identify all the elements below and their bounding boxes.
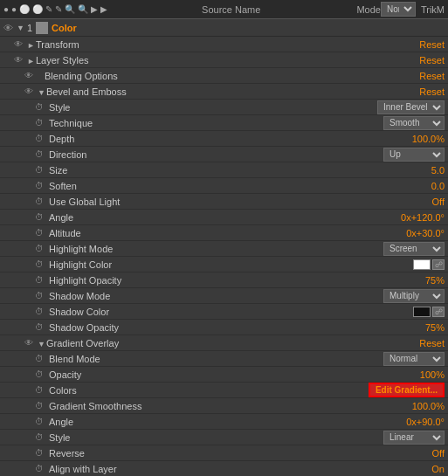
arrow-icon[interactable]: ► — [27, 57, 34, 64]
icon-4: ⚪ — [32, 4, 43, 14]
clock-icon[interactable]: ⏱ — [35, 448, 45, 459]
depth-label: Depth — [49, 134, 409, 144]
clock-icon[interactable]: ⏱ — [35, 259, 45, 270]
clock-icon[interactable]: ⏱ — [35, 102, 45, 113]
angle2-value: 0x+90.0° — [406, 417, 445, 427]
shadow-chain-icon[interactable]: ☍ — [432, 307, 445, 317]
header-icons: ● ● ⚪ ⚪ ✎ ✎ 🔍 🔍 ▶ ▶ — [3, 4, 107, 14]
highlight-opacity-value: 75% — [425, 275, 445, 286]
header-bar: ● ● ⚪ ⚪ ✎ ✎ 🔍 🔍 ▶ ▶ Source Name Mode Nor… — [0, 0, 448, 19]
gradient-smoothness-row: ⏱ Gradient Smoothness 100.0% — [0, 398, 448, 414]
eye-icon[interactable]: 👁 — [14, 39, 24, 50]
shadow-mode-dropdown[interactable]: Multiply — [383, 289, 445, 303]
icon-2: ● — [11, 4, 17, 14]
icon-3: ⚪ — [19, 4, 30, 14]
clock-icon[interactable]: ⏱ — [35, 197, 45, 207]
clock-icon[interactable]: ⏱ — [35, 354, 45, 364]
blend-mode-dropdown[interactable]: Normal — [383, 352, 445, 366]
eye-icon[interactable]: 👁 — [24, 86, 35, 97]
technique-dropdown[interactable]: Smooth — [383, 116, 445, 130]
clock-icon[interactable]: ⏱ — [35, 401, 45, 411]
shadow-color-swatch[interactable] — [413, 307, 431, 317]
blend-mode-label: Blend Mode — [49, 354, 383, 364]
layer-color-icon — [36, 22, 48, 34]
style-dropdown[interactable]: Inner Bevel — [377, 100, 445, 114]
clock-icon[interactable]: ⏱ — [35, 307, 45, 317]
altitude-label: Altitude — [49, 228, 403, 238]
clock-icon[interactable]: ⏱ — [35, 134, 45, 144]
clock-icon[interactable]: ⏱ — [35, 181, 45, 191]
layer-number: 1 — [27, 23, 32, 33]
clock-icon[interactable]: ⏱ — [35, 244, 45, 254]
clock-icon[interactable]: ⏱ — [35, 432, 45, 443]
clock-icon[interactable]: ⏱ — [35, 165, 45, 176]
highlight-opacity-row: ⏱ Highlight Opacity 75% — [0, 272, 448, 288]
angle2-row: ⏱ Angle 0x+90.0° — [0, 414, 448, 430]
clock-icon[interactable]: ⏱ — [35, 417, 45, 427]
altitude-row: ⏱ Altitude 0x+30.0° — [0, 225, 448, 241]
layer-styles-reset-button[interactable]: Reset — [419, 55, 445, 66]
gradient-overlay-label: Gradient Overlay — [46, 338, 419, 348]
highlight-opacity-label: Highlight Opacity — [49, 275, 422, 286]
style-row: ⏱ Style Inner Bevel — [0, 100, 448, 115]
reverse-row: ⏱ Reverse Off — [0, 445, 448, 461]
transform-reset-button[interactable]: Reset — [419, 39, 445, 50]
mode-dropdown[interactable]: Nor... — [381, 2, 416, 17]
clock-icon[interactable]: ⏱ — [35, 149, 45, 160]
bevel-emboss-reset-button[interactable]: Reset — [419, 86, 445, 97]
gradient-overlay-reset-button[interactable]: Reset — [419, 338, 445, 348]
highlight-color-label: Highlight Color — [49, 259, 410, 270]
direction-row: ⏱ Direction Up — [0, 147, 448, 162]
bevel-emboss-row: 👁 ▼ Bevel and Emboss Reset — [0, 84, 448, 100]
altitude-value: 0x+30.0° — [406, 228, 445, 238]
style-label: Style — [49, 102, 377, 113]
clock-icon[interactable]: ⏱ — [35, 385, 45, 396]
size-label: Size — [49, 165, 428, 176]
opacity-row: ⏱ Opacity 100% — [0, 367, 448, 383]
depth-row: ⏱ Depth 100.0% — [0, 131, 448, 147]
edit-gradient-button[interactable]: Edit Gradient... — [369, 383, 445, 397]
blending-options-reset-button[interactable]: Reset — [419, 71, 445, 81]
clock-icon[interactable]: ⏱ — [35, 369, 45, 380]
transform-label: Transform — [36, 39, 419, 50]
arrow-icon[interactable]: ▼ — [38, 88, 45, 95]
use-global-light-row: ⏱ Use Global Light Off — [0, 194, 448, 210]
angle-row: ⏱ Angle 0x+120.0° — [0, 210, 448, 225]
clock-icon[interactable]: ⏱ — [35, 275, 45, 286]
arrow-icon[interactable]: ▼ — [38, 340, 45, 347]
technique-row: ⏱ Technique Smooth — [0, 115, 448, 131]
icon-8: 🔍 — [78, 4, 88, 14]
soften-label: Soften — [49, 181, 428, 191]
icon-9: ▶ — [91, 4, 98, 14]
style2-row: ⏱ Style Linear — [0, 430, 448, 445]
gradient-smoothness-label: Gradient Smoothness — [49, 401, 409, 411]
direction-dropdown[interactable]: Up — [383, 148, 445, 162]
clock-icon[interactable]: ⏱ — [35, 464, 45, 474]
clock-icon[interactable]: ⏱ — [35, 228, 45, 238]
shadow-opacity-value: 75% — [425, 322, 445, 333]
direction-label: Direction — [49, 149, 383, 160]
clock-icon[interactable]: ⏱ — [35, 291, 45, 301]
technique-label: Technique — [49, 118, 383, 128]
highlight-mode-label: Highlight Mode — [49, 244, 383, 254]
colors-row: ⏱ Colors Edit Gradient... — [0, 383, 448, 398]
eye-icon[interactable]: 👁 — [3, 23, 13, 33]
blending-options-label: Blending Options — [45, 71, 419, 81]
eye-icon[interactable]: 👁 — [24, 71, 35, 81]
style2-dropdown[interactable]: Linear — [383, 431, 445, 445]
angle-label: Angle — [49, 212, 397, 223]
highlight-color-swatch[interactable] — [413, 259, 431, 270]
highlight-mode-dropdown[interactable]: Screen — [383, 242, 445, 256]
trik-label: TrikM — [421, 4, 445, 15]
bevel-emboss-label: Bevel and Emboss — [46, 86, 419, 97]
chain-icon[interactable]: ☍ — [432, 259, 445, 270]
arrow-icon[interactable]: ► — [27, 41, 34, 48]
clock-icon[interactable]: ⏱ — [35, 118, 45, 128]
clock-icon[interactable]: ⏱ — [35, 322, 45, 333]
clock-icon[interactable]: ⏱ — [35, 212, 45, 223]
eye-icon[interactable]: 👁 — [24, 338, 35, 348]
arrow-expand-icon[interactable]: ▼ — [17, 24, 24, 32]
size-value: 5.0 — [431, 165, 445, 176]
blend-mode-row: ⏱ Blend Mode Normal — [0, 351, 448, 367]
eye-icon[interactable]: 👁 — [14, 55, 24, 66]
